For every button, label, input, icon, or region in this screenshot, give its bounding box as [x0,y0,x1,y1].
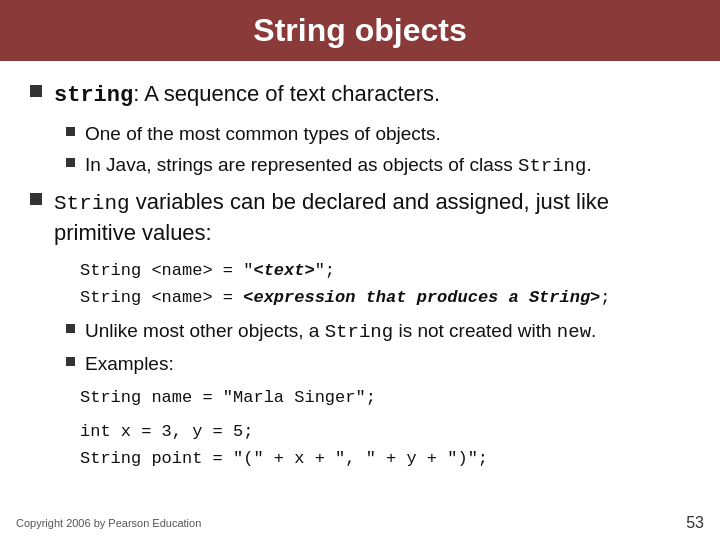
sub3-new: new [557,321,591,343]
bullet-1-rest: : A sequence of text characters. [133,81,440,106]
code-line2-end: ; [600,288,610,307]
code-ex3-text: String point = "(" + x + ", " + y + ")"; [80,449,488,468]
sub3-rest: is not created with [393,320,557,341]
sub-bullet-2-2-text: Examples: [85,350,174,379]
code-ex1-text: String name = "Marla Singer"; [80,388,376,407]
bullet-1-text: string: A sequence of text characters. [54,79,440,112]
code-line2-kw: String [80,288,141,307]
sub-bullet-1-2: In Java, strings are represented as obje… [66,151,690,181]
slide-title: String objects [0,0,720,61]
sub3-prefix: Unlike most other objects, a [85,320,325,341]
sub-bullet-2-1: Unlike most other objects, a String is n… [66,317,690,347]
sub-bullet-1-1: One of the most common types of objects. [66,120,690,149]
sub-bullet-2-2: Examples: [66,350,690,379]
slide: String objects string: A sequence of tex… [0,0,720,540]
sub3-end: . [591,320,596,341]
code-line2-italic: <expression that produces a String> [243,288,600,307]
bullet-2-text: String variables can be declared and ass… [54,187,690,249]
sub3-code: String [325,321,393,343]
code-ex2-text: int x = 3, y = 5; [80,422,253,441]
page-number: 53 [686,514,704,532]
bullet-2-code: String [54,192,130,215]
string-decl-block: String <name> = "<text>"; String <name> … [80,257,690,311]
title-text: String objects [253,12,466,48]
sub-bullet-2-1-icon [66,324,75,333]
code-line1-italic: <text> [253,261,314,280]
bullet-2-icon [30,193,42,205]
footer-copyright: Copyright 2006 by Pearson Education [16,517,201,529]
code-line1-end: "; [315,261,335,280]
sub-bullet-1-1-text: One of the most common types of objects. [85,120,441,149]
sub-bullet-1-2-text: In Java, strings are represented as obje… [85,151,592,181]
code-examples-block: String name = "Marla Singer"; int x = 3,… [80,384,690,472]
code-line1-kw: String [80,261,141,280]
sub-bullet-2-2-icon [66,357,75,366]
bullet-2: String variables can be declared and ass… [30,187,690,249]
sub-bullet-1-1-icon [66,127,75,136]
sub-bullet-1-2-icon [66,158,75,167]
code-line-2: String <name> = <expression that produce… [80,284,690,311]
code-example-2: int x = 3, y = 5; [80,418,690,445]
code-line-1: String <name> = "<text>"; [80,257,690,284]
bullet-1-subs: One of the most common types of objects.… [66,120,690,181]
code-line2-mid: <name> = [141,288,243,307]
sub-bullet-1-2-code: String [518,155,586,177]
footer: Copyright 2006 by Pearson Education 53 [0,514,720,532]
bullet-1-bold: string [54,83,133,108]
bullet-2-subs: Unlike most other objects, a String is n… [66,317,690,378]
sub-bullet-1-2-end: . [586,154,591,175]
sub-bullet-2-1-text: Unlike most other objects, a String is n… [85,317,596,347]
slide-content: string: A sequence of text characters. O… [0,61,720,540]
bullet-2-rest: variables can be declared and assigned, … [54,189,609,245]
bullet-1-icon [30,85,42,97]
code-line1-mid: <name> = " [141,261,253,280]
code-example-1: String name = "Marla Singer"; [80,384,690,411]
bullet-1: string: A sequence of text characters. [30,79,690,112]
sub-bullet-1-2-prefix: In Java, strings are represented as obje… [85,154,518,175]
code-example-3: String point = "(" + x + ", " + y + ")"; [80,445,690,472]
